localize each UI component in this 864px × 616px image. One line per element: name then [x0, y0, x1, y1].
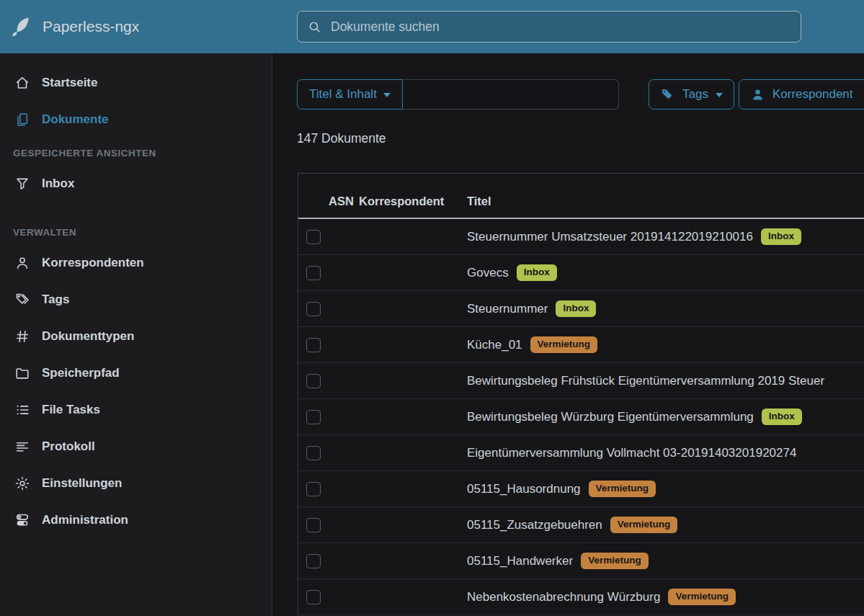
- document-row[interactable]: Eigentümerversammlung Vollmacht 03-20191…: [298, 435, 864, 471]
- filter-group: Titel & Inhalt: [297, 79, 619, 110]
- document-row[interactable]: Küche_01Vermietung: [298, 327, 864, 363]
- sidebar-item-label: Inbox: [42, 177, 74, 191]
- column-header-title[interactable]: Titel: [467, 195, 864, 208]
- row-checkbox[interactable]: [306, 374, 321, 388]
- documents-icon: [13, 112, 32, 128]
- tags-icon: [13, 292, 32, 308]
- toggles-icon: [13, 512, 32, 528]
- document-row[interactable]: Steuernummer Umsatzsteuer 20191412201921…: [298, 219, 864, 255]
- document-title[interactable]: 05115_Zusatzgebuehren: [467, 518, 602, 532]
- sidebar-item-startseite[interactable]: Startseite: [13, 72, 272, 94]
- sidebar-item-tags[interactable]: Tags: [13, 289, 272, 311]
- main-content: Titel & Inhalt Tags Korrespondent 147 Do…: [273, 53, 864, 616]
- sidebar-item-label: Tags: [42, 293, 69, 307]
- table-header-row: ASN Korrespondent Titel: [298, 174, 864, 219]
- caret-down-icon: [716, 93, 723, 97]
- tags-filter-button[interactable]: Tags: [649, 79, 734, 110]
- tag-icon: [660, 87, 675, 102]
- sidebar-item-dokumente[interactable]: Dokumente: [13, 109, 272, 130]
- cell-title: 05115_HausordnungVermietung: [467, 481, 864, 497]
- document-row[interactable]: Nebenkostenabrechnung WürzburgVermietung: [298, 579, 864, 615]
- document-title[interactable]: Bewirtungsbeleg Würzburg Eigentümerversa…: [467, 410, 754, 424]
- sidebar-item-label: Dokumente: [42, 112, 109, 127]
- cell-title: SteuernummerInbox: [467, 300, 864, 317]
- row-checkbox[interactable]: [306, 302, 321, 316]
- document-title[interactable]: 05115_Handwerker: [467, 554, 573, 568]
- column-header-asn[interactable]: ASN: [329, 195, 359, 208]
- sidebar-item-speicherpfad[interactable]: Speicherpfad: [13, 362, 272, 384]
- row-checkbox[interactable]: [306, 554, 321, 568]
- column-header-correspondent[interactable]: Korrespondent: [359, 195, 467, 208]
- document-row[interactable]: 05115_HandwerkerVermietung: [298, 543, 864, 579]
- correspondent-filter-button[interactable]: Korrespondent: [739, 79, 864, 110]
- document-title[interactable]: Govecs: [467, 266, 509, 280]
- row-checkbox[interactable]: [306, 446, 321, 460]
- sidebar-item-label: Administration: [42, 513, 128, 527]
- app-title: Paperless-ngx: [43, 18, 139, 35]
- documents-table: ASN Korrespondent Titel Steuernummer Ums…: [298, 173, 864, 615]
- cell-title: Eigentümerversammlung Vollmacht 03-20191…: [467, 446, 864, 460]
- cell-title: Steuernummer Umsatzsteuer 20191412201921…: [467, 228, 864, 245]
- tag-badge[interactable]: Vermietung: [589, 481, 656, 497]
- cell-title: Nebenkostenabrechnung WürzburgVermietung: [467, 589, 864, 605]
- sidebar-item-protokoll[interactable]: Protokoll: [13, 436, 272, 457]
- app-brand[interactable]: Paperless-ngx: [10, 0, 139, 53]
- sidebar-item-administration[interactable]: Administration: [13, 509, 272, 531]
- funnel-icon: [13, 176, 32, 192]
- cell-title: Bewirtungsbeleg Frühstück Eigentümervers…: [467, 374, 864, 388]
- document-title[interactable]: Steuernummer: [467, 302, 548, 316]
- filter-text-input[interactable]: [403, 79, 619, 110]
- document-row[interactable]: 05115_HausordnungVermietung: [298, 471, 864, 507]
- row-checkbox[interactable]: [306, 230, 321, 244]
- tag-badge[interactable]: Vermietung: [610, 517, 678, 533]
- search-icon: [307, 19, 322, 35]
- filter-field-label: Titel & Inhalt: [309, 87, 377, 102]
- sidebar-item-label: Startseite: [42, 76, 97, 90]
- tags-button-label: Tags: [682, 87, 708, 102]
- cell-title: GovecsInbox: [467, 264, 864, 281]
- sidebar-item-label: File Tasks: [42, 403, 100, 417]
- search-input[interactable]: [329, 19, 791, 35]
- document-title[interactable]: 05115_Hausordnung: [467, 482, 581, 496]
- row-checkbox[interactable]: [306, 482, 321, 496]
- row-checkbox[interactable]: [306, 338, 321, 352]
- sidebar-item-label: Einstellungen: [42, 476, 122, 491]
- tag-badge[interactable]: Vermietung: [581, 553, 649, 569]
- table-body: Steuernummer Umsatzsteuer 20191412201921…: [298, 219, 864, 615]
- tag-badge[interactable]: Inbox: [517, 264, 557, 281]
- tag-badge[interactable]: Inbox: [762, 409, 802, 425]
- sidebar-item-einstellungen[interactable]: Einstellungen: [13, 473, 272, 494]
- tag-badge[interactable]: Inbox: [761, 228, 801, 245]
- document-row[interactable]: 05115_ZusatzgebuehrenVermietung: [298, 507, 864, 543]
- folder-icon: [13, 365, 32, 381]
- list-check-icon: [13, 402, 32, 418]
- row-checkbox[interactable]: [306, 590, 321, 604]
- document-title[interactable]: Steuernummer Umsatzsteuer 20191412201921…: [467, 230, 753, 244]
- row-checkbox[interactable]: [306, 410, 321, 424]
- sidebar-item-label: Korrespondenten: [42, 256, 144, 270]
- sidebar-item-label: Speicherpfad: [42, 366, 120, 380]
- document-row[interactable]: SteuernummerInbox: [298, 291, 864, 327]
- tag-badge[interactable]: Vermietung: [668, 589, 736, 605]
- sidebar-item-dokumenttypen[interactable]: Dokumenttypen: [13, 326, 272, 347]
- sidebar-section-title: VERWALTEN: [13, 226, 272, 240]
- document-title[interactable]: Nebenkostenabrechnung Würzburg: [467, 590, 660, 604]
- hash-icon: [13, 329, 32, 344]
- tag-badge[interactable]: Inbox: [556, 300, 596, 317]
- document-title[interactable]: Küche_01: [467, 338, 522, 352]
- sidebar-item-korrespondenten[interactable]: Korrespondenten: [13, 252, 272, 274]
- document-row[interactable]: Bewirtungsbeleg Frühstück Eigentümervers…: [298, 363, 864, 399]
- tag-badge[interactable]: Vermietung: [530, 336, 598, 353]
- sidebar-item-inbox[interactable]: Inbox: [13, 173, 272, 195]
- sidebar-nav: StartseiteDokumenteGESPEICHERTE ANSICHTE…: [0, 53, 272, 531]
- document-title[interactable]: Bewirtungsbeleg Frühstück Eigentümervers…: [467, 374, 824, 388]
- row-checkbox[interactable]: [306, 518, 321, 532]
- person-icon: [750, 87, 765, 102]
- sidebar-item-file-tasks[interactable]: File Tasks: [13, 399, 272, 421]
- filter-field-dropdown[interactable]: Titel & Inhalt: [297, 79, 403, 110]
- document-title[interactable]: Eigentümerversammlung Vollmacht 03-20191…: [467, 446, 796, 460]
- document-row[interactable]: GovecsInbox: [298, 255, 864, 291]
- top-bar: Paperless-ngx: [0, 0, 864, 53]
- row-checkbox[interactable]: [306, 266, 321, 280]
- document-row[interactable]: Bewirtungsbeleg Würzburg Eigentümerversa…: [298, 399, 864, 435]
